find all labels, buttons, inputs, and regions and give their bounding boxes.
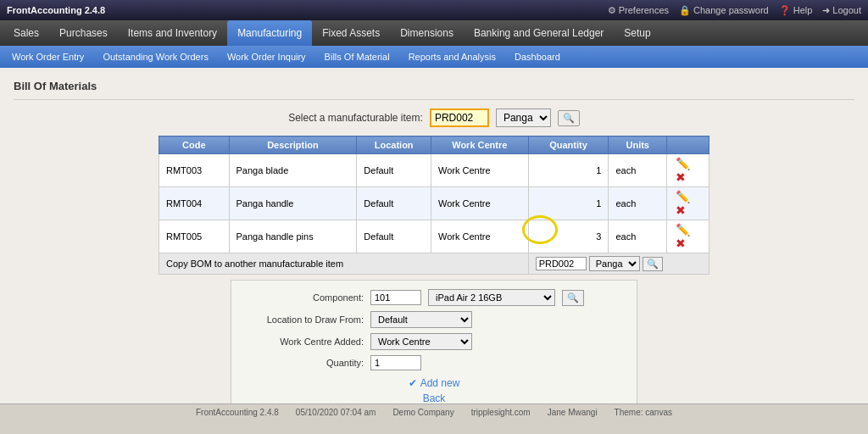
nav-manufacturing[interactable]: Manufacturing <box>227 20 312 46</box>
row-quantity: 3 <box>528 220 609 253</box>
logout-link[interactable]: ➜ Logout <box>822 5 861 16</box>
subnav-reports-analysis[interactable]: Reports and Analysis <box>400 46 504 68</box>
footer: FrontAccounting 2.4.8 05/10/2020 07:04 a… <box>0 403 868 420</box>
col-header-quantity: Quantity <box>528 136 609 154</box>
copy-bom-label: Copy BOM to another manufacturable item <box>159 253 529 275</box>
bom-table: Code Description Location Work Centre Qu… <box>159 136 709 275</box>
row-work-centre: Work Centre <box>431 220 528 253</box>
form-actions: ✔ Add new Back <box>245 377 623 404</box>
row-code: RMT004 <box>159 187 230 220</box>
footer-theme: Theme: canvas <box>615 408 672 417</box>
help-link[interactable]: ❓ Help <box>779 5 813 16</box>
location-label: Location to Draw From: <box>245 314 364 325</box>
row-description: Panga handle <box>229 187 357 220</box>
preferences-link[interactable]: ⚙ Preferences <box>608 5 669 16</box>
lock-icon: 🔒 <box>679 5 691 16</box>
delete-button[interactable]: ✖ <box>674 203 687 217</box>
footer-website: tripplesight.com <box>471 408 531 417</box>
col-header-work-centre: Work Centre <box>431 136 528 154</box>
quantity-input[interactable] <box>370 355 421 370</box>
delete-button[interactable]: ✖ <box>674 236 687 250</box>
row-code: RMT003 <box>159 154 230 187</box>
row-actions: ✏️ ✖ <box>667 220 709 253</box>
work-centre-row: Work Centre Added: Work Centre <box>245 333 623 350</box>
col-header-units: Units <box>609 136 667 154</box>
row-quantity: 1 <box>528 187 609 220</box>
component-input[interactable] <box>370 290 421 305</box>
copy-bom-inputs: Panga 🔍 <box>528 253 709 275</box>
add-new-button[interactable]: ✔ Add new <box>409 377 460 389</box>
add-component-form: Component: iPad Air 2 16GB 🔍 Location to… <box>231 280 637 414</box>
item-code-input[interactable] <box>430 108 489 127</box>
row-actions: ✏️ ✖ <box>667 187 709 220</box>
row-quantity: 1 <box>528 154 609 187</box>
edit-button[interactable]: ✏️ <box>674 223 692 236</box>
edit-button[interactable]: ✏️ <box>674 190 692 203</box>
row-actions: ✏️ ✖ <box>667 154 709 187</box>
nav-sales[interactable]: Sales <box>3 20 49 46</box>
app-title: FrontAccounting 2.4.8 <box>7 5 105 15</box>
select-item-label: Select a manufacturable item: <box>288 112 423 124</box>
footer-user: Jane Mwangi <box>548 408 598 417</box>
row-location: Default <box>357 187 431 220</box>
footer-date: 05/10/2020 07:04 am <box>296 408 376 417</box>
component-desc-select[interactable]: iPad Air 2 16GB <box>428 289 555 306</box>
nav-banking[interactable]: Banking and General Ledger <box>464 20 614 46</box>
back-link[interactable]: Back <box>423 392 446 404</box>
component-label: Component: <box>245 292 364 303</box>
col-header-actions <box>667 136 709 154</box>
search-button[interactable]: 🔍 <box>558 110 580 126</box>
checkmark-icon: ✔ <box>409 377 417 389</box>
table-row: RMT004 Panga handle Default Work Centre … <box>159 187 709 220</box>
row-units: each <box>609 220 667 253</box>
nav-purchases[interactable]: Purchases <box>49 20 118 46</box>
work-centre-label: Work Centre Added: <box>245 337 364 347</box>
select-item-row: Select a manufacturable item: Panga 🔍 <box>14 108 854 127</box>
quantity-label: Quantity: <box>245 358 364 368</box>
help-icon: ❓ <box>779 5 791 16</box>
preferences-icon: ⚙ <box>608 5 616 16</box>
copy-bom-name-select[interactable]: Panga <box>589 256 640 271</box>
row-work-centre: Work Centre <box>431 154 528 187</box>
edit-button[interactable]: ✏️ <box>674 157 692 170</box>
subnav-outstanding-work-orders[interactable]: Outstanding Work Orders <box>94 46 217 68</box>
nav-setup[interactable]: Setup <box>614 20 660 46</box>
row-location: Default <box>357 154 431 187</box>
change-password-link[interactable]: 🔒 Change password <box>679 5 769 16</box>
location-row: Location to Draw From: Default <box>245 311 623 328</box>
table-row: RMT005 Panga handle pins Default Work Ce… <box>159 220 709 253</box>
subnav-work-order-entry[interactable]: Work Order Entry <box>3 46 92 68</box>
nav-items-inventory[interactable]: Items and Inventory <box>118 20 227 46</box>
nav-dimensions[interactable]: Dimensions <box>390 20 464 46</box>
quantity-row: Quantity: <box>245 355 623 370</box>
row-work-centre: Work Centre <box>431 187 528 220</box>
col-header-code: Code <box>159 136 230 154</box>
row-description: Panga blade <box>229 154 357 187</box>
item-name-select[interactable]: Panga <box>496 108 551 127</box>
delete-button[interactable]: ✖ <box>674 170 687 184</box>
copy-bom-row: Copy BOM to another manufacturable item … <box>159 253 709 275</box>
col-header-location: Location <box>357 136 431 154</box>
nav-fixed-assets[interactable]: Fixed Assets <box>312 20 390 46</box>
component-search-button[interactable]: 🔍 <box>562 290 584 306</box>
row-location: Default <box>357 220 431 253</box>
row-description: Panga handle pins <box>229 220 357 253</box>
work-centre-select[interactable]: Work Centre <box>370 333 472 350</box>
footer-company: Demo Company <box>392 408 453 417</box>
sub-navigation: Work Order Entry Outstanding Work Orders… <box>0 46 868 68</box>
subnav-dashboard[interactable]: Dashboard <box>506 46 569 68</box>
main-navigation: Sales Purchases Items and Inventory Manu… <box>0 20 868 46</box>
subnav-bills-of-material[interactable]: Bills Of Material <box>316 46 398 68</box>
copy-bom-code-input[interactable] <box>536 257 587 270</box>
row-units: each <box>609 187 667 220</box>
logout-icon: ➜ <box>822 5 830 16</box>
row-units: each <box>609 154 667 187</box>
col-header-description: Description <box>229 136 357 154</box>
copy-bom-search-button[interactable]: 🔍 <box>643 257 663 271</box>
page-title: Bill Of Materials <box>14 75 854 100</box>
table-row: RMT003 Panga blade Default Work Centre 1… <box>159 154 709 187</box>
subnav-work-order-inquiry[interactable]: Work Order Inquiry <box>219 46 314 68</box>
location-select[interactable]: Default <box>370 311 472 328</box>
footer-version: FrontAccounting 2.4.8 <box>196 408 279 417</box>
row-code: RMT005 <box>159 220 230 253</box>
